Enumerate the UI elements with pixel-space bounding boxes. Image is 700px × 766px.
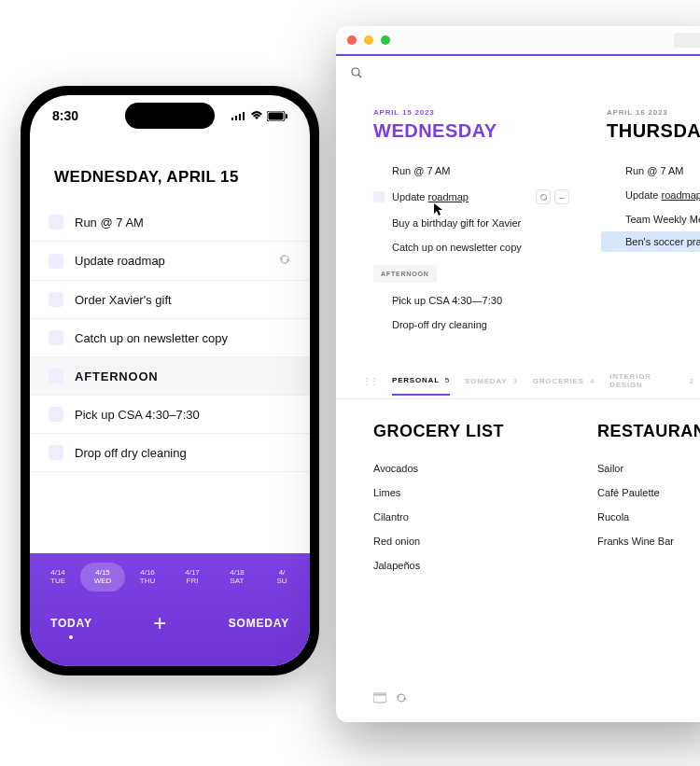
checkbox[interactable] (373, 191, 385, 202)
task-label: Pick up CSA 4:30–7:30 (75, 408, 291, 422)
date-cell[interactable]: 4/14TUE (35, 563, 80, 592)
status-indicators (231, 111, 287, 121)
date-strip[interactable]: 4/14TUE4/15WED4/16THU4/17FRI4/18SAT4/SU (30, 553, 310, 597)
tab-count: 5 (445, 376, 450, 384)
checkbox[interactable] (49, 369, 63, 383)
day-column: APRIL 15 2023WEDNESDAYRun @ 7 AMUpdate r… (373, 108, 569, 337)
task-row[interactable]: Pick up CSA 4:30—7:30 (373, 288, 569, 313)
list-item[interactable]: Cilantro (373, 505, 560, 529)
date-dow: TUE (35, 577, 80, 586)
checkbox[interactable] (49, 330, 63, 345)
date-md: 4/17 (170, 568, 215, 578)
task-actions: – (536, 189, 569, 204)
nav-today[interactable]: TODAY (50, 617, 92, 630)
date-md: 4/14 (35, 568, 80, 578)
task-row[interactable]: Catch up on newsletter copy (30, 319, 310, 357)
search-icon[interactable] (351, 67, 362, 78)
task-label: Run @ 7 AM (75, 216, 291, 230)
checkbox[interactable] (49, 292, 63, 307)
tabs-row: ⋮⋮PERSONAL5SOMEDAY3GROCERIES4INTERIOR DE… (336, 363, 700, 399)
task-section-header[interactable]: AFTERNOON (30, 357, 310, 396)
task-row[interactable]: Catch up on newsletter copy (373, 235, 569, 259)
date-md: 4/16 (125, 568, 170, 578)
tab-count: 4 (590, 377, 595, 385)
date-md: 4/ (259, 568, 304, 578)
phone-screen: 8:30 WEDNESDAY, APRIL 15 Run @ 7 AMUpdat… (30, 95, 310, 666)
checkbox[interactable] (49, 254, 63, 269)
tab-someday[interactable]: SOMEDAY3 (465, 368, 518, 395)
task-row[interactable]: Run @ 7 AM (30, 203, 310, 242)
task-label: Order Xavier's gift (75, 293, 291, 307)
nav-someday[interactable]: SOMEDAY (229, 617, 289, 630)
task-row[interactable]: Update roadmap– (373, 183, 569, 211)
phone-task-list[interactable]: Run @ 7 AMUpdate roadmapOrder Xavier's g… (30, 203, 310, 553)
repeat-icon (278, 253, 291, 269)
search-row[interactable] (336, 56, 700, 82)
titlebar (336, 26, 700, 54)
desktop-window: APRIL 15 2023WEDNESDAYRun @ 7 AMUpdate r… (336, 26, 700, 722)
tab-label: INTERIOR DESIGN (609, 372, 683, 389)
task-row[interactable]: Run @ 7 AM (607, 159, 700, 183)
tab-count: 2 (690, 377, 694, 385)
task-row[interactable]: Run @ 7 AM (373, 159, 569, 183)
date-cell[interactable]: 4/17FRI (170, 563, 215, 592)
repeat-icon[interactable] (536, 189, 551, 204)
date-cell[interactable]: 4/SU (259, 563, 304, 592)
task-row[interactable]: Drop off dry cleaning (30, 434, 310, 472)
list-item[interactable]: Limes (373, 480, 560, 505)
tab-groceries[interactable]: GROCERIES4 (533, 368, 595, 395)
svg-rect-5 (269, 112, 284, 119)
archive-icon[interactable] (373, 692, 386, 703)
task-row[interactable]: Update roadmap (30, 242, 310, 281)
task-row[interactable]: Team Weekly Meeting @ 11 (607, 207, 700, 231)
signal-icon (231, 111, 246, 120)
phone-bottom-bar: 4/14TUE4/15WED4/16THU4/17FRI4/18SAT4/SU … (30, 553, 310, 666)
task-label: Catch up on newsletter copy (75, 331, 291, 345)
list-title: GROCERY LIST (373, 422, 560, 441)
svg-rect-1 (235, 116, 237, 120)
task-label: Update roadmap (625, 189, 700, 201)
nav-add-button[interactable]: + (153, 610, 167, 636)
date-md: 4/18 (215, 568, 259, 578)
list-column: GROCERY LISTAvocadosLimesCilantroRed oni… (373, 422, 560, 578)
checkbox[interactable] (49, 445, 63, 460)
task-row[interactable]: Update roadmap (607, 183, 700, 207)
date-dow: SAT (215, 577, 259, 586)
repeat-icon[interactable] (396, 692, 407, 703)
svg-point-7 (352, 68, 359, 76)
tab-interior-design[interactable]: INTERIOR DESIGN2 (609, 363, 694, 398)
checkbox[interactable] (49, 407, 63, 422)
list-item[interactable]: Red onion (373, 529, 560, 553)
phone-date-title: WEDNESDAY, APRIL 15 (30, 136, 310, 203)
task-label: Run @ 7 AM (625, 165, 684, 176)
list-item[interactable]: Franks Wine Bar (597, 529, 700, 553)
drag-handle-icon[interactable]: ⋮⋮ (362, 376, 377, 386)
checkbox[interactable] (49, 215, 63, 230)
svg-rect-6 (286, 114, 287, 118)
list-item[interactable]: Avocados (373, 456, 560, 480)
date-cell[interactable]: 4/15WED (80, 563, 125, 592)
zoom-dot-icon[interactable] (381, 35, 390, 45)
task-row[interactable]: Order Xavier's gift (30, 281, 310, 319)
date-cell[interactable]: 4/16THU (125, 563, 170, 592)
day-column: APRIL 16 2023THURSDAYRun @ 7 AMUpdate ro… (607, 108, 700, 337)
list-item[interactable]: Rucola (597, 505, 700, 529)
task-label: Drop off dry cleaning (75, 446, 291, 460)
tab-personal[interactable]: PERSONAL5 (392, 367, 450, 396)
phone-mock: 8:30 WEDNESDAY, APRIL 15 Run @ 7 AMUpdat… (21, 86, 319, 675)
task-row[interactable]: Ben's soccer practice 5:30–7 (601, 231, 700, 252)
list-item[interactable]: Jalapeños (373, 553, 560, 578)
list-item[interactable]: Sailor (597, 456, 700, 480)
close-dot-icon[interactable] (347, 35, 357, 45)
task-label: Catch up on newsletter copy (392, 242, 522, 253)
date-cell[interactable]: 4/18SAT (215, 563, 259, 592)
minimize-dot-icon[interactable] (364, 35, 373, 45)
remove-icon[interactable]: – (554, 189, 569, 204)
task-label: Run @ 7 AM (392, 165, 451, 176)
wifi-icon (250, 111, 263, 120)
task-row[interactable]: Buy a birthday gift for Xavier (373, 211, 569, 235)
task-row[interactable]: Drop-off dry cleaning (373, 313, 569, 337)
list-item[interactable]: Café Paulette (597, 480, 700, 505)
svg-line-8 (358, 75, 361, 77)
task-row[interactable]: Pick up CSA 4:30–7:30 (30, 396, 310, 434)
